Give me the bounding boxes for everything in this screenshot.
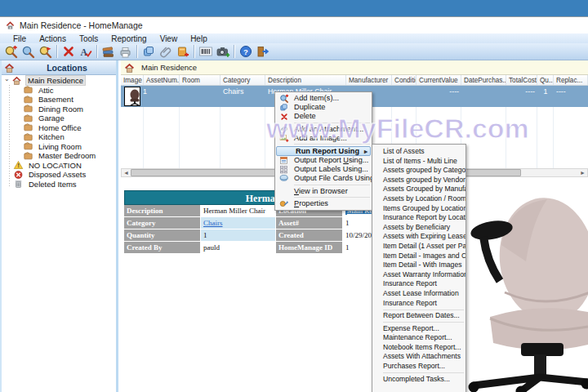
help-icon[interactable]: ? <box>237 44 254 60</box>
menu-item-output-file-cards-using[interactable]: Output File Cards Using... <box>275 174 372 183</box>
col-totalcost[interactable]: TotalCost <box>506 75 537 85</box>
submenu-item[interactable]: Uncompleted Tasks... <box>372 375 466 385</box>
window-title: Main Residence - HomeManage <box>20 20 143 30</box>
toolbar: A ? <box>0 43 588 60</box>
folder-icon <box>23 104 34 114</box>
menu-separator <box>294 185 370 185</box>
cell-replacement: ---- <box>554 86 588 107</box>
menu-item-properties[interactable]: Properties <box>275 199 372 208</box>
import-icon[interactable] <box>174 44 191 60</box>
tree-item-no-location[interactable]: !NO LOCATION <box>2 161 116 171</box>
menu-file[interactable]: File <box>7 33 33 44</box>
menu-item-output-report-using[interactable]: Output Report Using... <box>275 156 372 165</box>
tree-item-main-residence[interactable]: Main Residence <box>2 76 116 86</box>
menu-item-view-in-browser[interactable]: View in Browser <box>275 187 372 196</box>
tree-item-deleted-items[interactable]: Deleted Items <box>2 180 116 189</box>
submenu-item[interactable]: Assets Grouped by Manufacturer <box>372 185 466 194</box>
menu-tools[interactable]: Tools <box>73 33 105 44</box>
window-titlebar: Main Residence - HomeManage <box>0 18 588 33</box>
detail-label-description: Description <box>124 205 201 217</box>
submenu-item[interactable]: Report Between Dates... <box>372 311 466 321</box>
svg-text:?: ? <box>243 47 248 56</box>
asset-photo-chair <box>451 196 588 392</box>
tree-item-living-room[interactable]: Living Room <box>2 142 116 152</box>
submenu-item[interactable]: Assets by Beneficiary <box>372 223 466 233</box>
submenu-item[interactable]: Assets grouped by Vendor <box>372 176 466 185</box>
tree-item-home-office[interactable]: Home Office <box>2 123 116 133</box>
view-item-icon[interactable] <box>20 44 37 60</box>
menu-item-output-labels-using[interactable]: Output Labels Using... <box>275 165 372 174</box>
submenu-item[interactable]: Item Detail (1 Asset per Page) <box>372 242 466 252</box>
col-description[interactable]: Description <box>265 75 346 85</box>
menu-item-add-items[interactable]: Add Item(s)... <box>275 94 372 103</box>
find-item-icon[interactable] <box>37 44 54 60</box>
expand-collapse-icon[interactable] <box>4 77 11 84</box>
delete-icon[interactable] <box>60 44 77 60</box>
menu-item-run-report-using[interactable]: Run Report Using <box>276 146 371 156</box>
exit-icon[interactable] <box>254 44 271 60</box>
detail-label-homemanage-id: HomeManage ID <box>276 242 343 254</box>
detail-label-created: Created <box>276 229 343 242</box>
col-condition[interactable]: Condition <box>392 75 416 85</box>
submenu-item[interactable]: Item Detail - Images and Captions <box>372 252 466 261</box>
submenu-item[interactable]: Asset Warranty Information <box>372 270 466 280</box>
submenu-item[interactable]: Assets With Attachments <box>372 352 466 362</box>
submenu-item[interactable]: Purchases Report... <box>372 362 466 372</box>
tree-item-basement[interactable]: Basement <box>2 95 116 105</box>
tab-main-residence[interactable]: Main Residence <box>141 63 197 72</box>
submenu-item[interactable]: Items Grouped by Location <box>372 204 466 214</box>
tree-item-disposed-assets[interactable]: Disposed Assets <box>2 170 116 180</box>
detail-value-description: Herman Miller Chair <box>201 205 276 217</box>
tree-item-garage[interactable]: Garage <box>2 114 116 123</box>
col-datepurchased[interactable]: DatePurchas... <box>461 75 506 85</box>
menu-reporting[interactable]: Reporting <box>105 33 153 44</box>
col-currentvalue[interactable]: CurrentValue <box>416 75 461 85</box>
menu-item-duplicate[interactable]: Duplicate <box>275 103 372 112</box>
scroll-left-icon[interactable]: ◄ <box>122 169 131 176</box>
attachment-icon[interactable] <box>157 44 174 60</box>
submenu-item[interactable]: List of Items - Multi Line <box>372 157 466 167</box>
tree-item-attic[interactable]: Attic <box>2 86 116 96</box>
col-manufacturer[interactable]: Manufacturer <box>346 75 392 85</box>
col-replacement[interactable]: Replac... <box>554 75 588 85</box>
scroll-right-icon[interactable]: ► <box>578 169 587 176</box>
barcode-icon[interactable] <box>197 44 214 60</box>
add-item-icon[interactable] <box>2 44 20 60</box>
detail-label-asset-number: Asset# <box>276 217 343 229</box>
camera-add-icon[interactable] <box>214 44 231 60</box>
print-icon[interactable] <box>117 44 134 60</box>
submenu-item[interactable]: Expense Report... <box>372 324 466 334</box>
menu-help[interactable]: Help <box>184 33 214 44</box>
submenu-item[interactable]: Insurance Report <box>372 279 466 289</box>
submenu-item[interactable]: Assets with Expiring Leases <box>372 232 466 242</box>
submenu-item[interactable]: Insurance Report <box>372 299 466 309</box>
font-check-icon[interactable]: A <box>77 44 94 60</box>
menu-actions[interactable]: Actions <box>33 33 73 44</box>
submenu-item[interactable]: Insurance Report by Location and Room <box>372 213 466 223</box>
col-quantity[interactable]: Qu... <box>537 75 554 85</box>
submenu-item[interactable]: List of Assets <box>372 147 466 157</box>
tree-item-master-bedroom[interactable]: Master Bedroom <box>2 151 116 161</box>
toolbar-separator <box>136 45 137 58</box>
submenu-item[interactable]: Asset Lease Information <box>372 289 466 299</box>
col-room[interactable]: Room <box>180 75 220 85</box>
duplicate-icon[interactable] <box>140 44 157 60</box>
submenu-item[interactable]: Assets grouped by Category <box>372 166 466 176</box>
tree-item-dining-room[interactable]: Dining Room <box>2 105 116 114</box>
submenu-item[interactable]: Assets by Location / Room <box>372 194 466 204</box>
col-category[interactable]: Category <box>220 75 265 85</box>
submenu-item[interactable]: Notebook Items Report... <box>372 343 466 353</box>
tree-item-kitchen[interactable]: Kitchen <box>2 132 116 142</box>
asset-thumbnail <box>124 87 140 106</box>
report-icon <box>278 156 290 165</box>
submenu-item[interactable]: Item Detail - With Images <box>372 261 466 270</box>
col-image[interactable]: Image <box>121 75 144 85</box>
home-icon <box>11 76 23 86</box>
submenu-item[interactable]: Maintenance Report... <box>372 333 466 343</box>
toolbar-separator <box>194 45 194 58</box>
menu-view[interactable]: View <box>154 33 185 44</box>
menu-bar: File Actions Tools Reporting View Help <box>0 33 588 43</box>
category-link[interactable]: Chairs <box>203 219 223 227</box>
address-books-icon[interactable] <box>100 44 117 60</box>
col-assetnum[interactable]: AssetNum. <box>144 75 180 85</box>
